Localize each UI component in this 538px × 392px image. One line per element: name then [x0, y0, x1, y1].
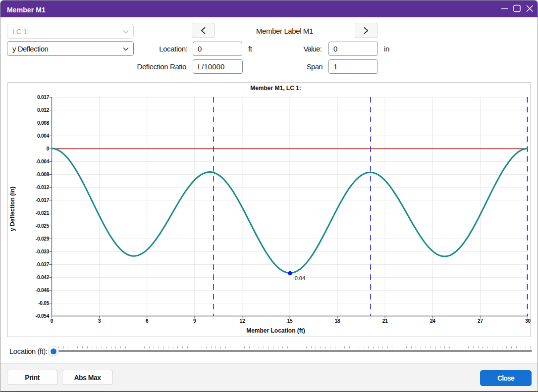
- svg-text:30: 30: [525, 318, 531, 324]
- svg-text:-0.042: -0.042: [36, 275, 50, 280]
- svg-text:9: 9: [193, 318, 196, 324]
- svg-text:-0.017: -0.017: [36, 197, 50, 203]
- svg-text:-0.021: -0.021: [36, 210, 50, 216]
- svg-text:-0.037: -0.037: [36, 262, 50, 267]
- svg-text:18: 18: [335, 318, 340, 324]
- svg-text:-0.008: -0.008: [36, 172, 50, 177]
- svg-text:-0.046: -0.046: [36, 288, 50, 293]
- svg-text:0.017: 0.017: [37, 95, 50, 100]
- svg-text:Member M1, LC 1:: Member M1, LC 1:: [250, 85, 301, 92]
- svg-text:-0.029: -0.029: [36, 236, 50, 242]
- svg-text:0.008: 0.008: [37, 120, 50, 126]
- svg-text:0: 0: [47, 146, 50, 151]
- svg-text:21: 21: [382, 318, 388, 324]
- svg-text:-0.025: -0.025: [36, 223, 50, 229]
- svg-text:15: 15: [287, 318, 293, 324]
- svg-text:Member Location (ft): Member Location (ft): [246, 327, 305, 334]
- svg-text:0.012: 0.012: [37, 107, 50, 113]
- svg-text:24: 24: [430, 318, 435, 324]
- svg-text:27: 27: [478, 318, 483, 324]
- svg-text:-0.054: -0.054: [36, 313, 50, 319]
- svg-text:-0.04: -0.04: [293, 275, 305, 281]
- svg-text:0: 0: [51, 318, 54, 324]
- svg-text:3: 3: [98, 318, 101, 324]
- svg-text:y Deflection (in): y Deflection (in): [9, 187, 16, 231]
- svg-text:0.004: 0.004: [37, 133, 50, 139]
- svg-text:-0.05: -0.05: [38, 300, 49, 306]
- svg-text:6: 6: [146, 318, 149, 324]
- svg-text:-0.033: -0.033: [36, 249, 50, 254]
- svg-text:12: 12: [240, 318, 245, 324]
- svg-text:-0.004: -0.004: [36, 159, 50, 164]
- svg-text:-0.012: -0.012: [36, 185, 50, 190]
